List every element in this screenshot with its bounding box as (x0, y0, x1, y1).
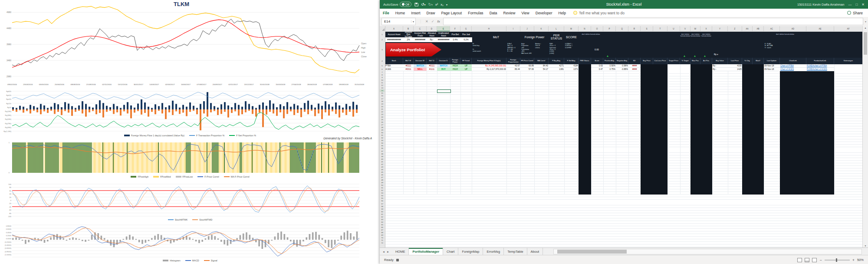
cell-E6[interactable]: BUY (437, 68, 450, 71)
table-column-header[interactable]: Buy Price (641, 58, 653, 64)
table-column-header[interactable]: Act Pos (700, 58, 712, 64)
superscript-icon[interactable]: x² (435, 3, 438, 7)
row-header-2[interactable]: 2 (380, 37, 385, 42)
vertical-scrollbar[interactable]: ▲ ▼ (862, 26, 868, 248)
cell-M5[interactable]: 4184 (564, 64, 579, 68)
row-header-4[interactable]: 4 (380, 58, 385, 64)
vertical-scroll-thumb[interactable] (864, 32, 867, 55)
table-column-header[interactable]: Last Update (764, 58, 780, 64)
ribbon-tab-page-layout[interactable]: Page Layout (438, 9, 465, 17)
cell-H5[interactable]: Rp (4,245,565,000.00) (472, 64, 506, 68)
ribbon-tab-file[interactable]: File (380, 9, 392, 17)
column-header-X[interactable]: X (700, 26, 712, 31)
account-value[interactable]: 0.4% (450, 37, 461, 42)
cell-F6[interactable]: HIGH (450, 68, 460, 71)
column-header-R[interactable]: R (628, 26, 641, 31)
column-header-O[interactable]: O (591, 26, 603, 31)
tell-me-box[interactable]: Tell me what you want to do (573, 11, 625, 15)
share-button[interactable]: Share (847, 11, 868, 15)
row-header-6[interactable]: 6 (380, 68, 385, 71)
sheet-tab-ForeignMap[interactable]: ForeignMap (458, 248, 483, 255)
table-column-header[interactable]: FF Trend (460, 58, 472, 64)
expand-formula-bar-icon[interactable]: ▾ (865, 20, 868, 23)
account-value[interactable]: 2% (403, 37, 414, 42)
table-column-header[interactable]: Foreign Power (450, 58, 460, 64)
cell-H6[interactable]: Rp 2,217,870,000.00 (472, 68, 506, 71)
ribbon-tab-draw[interactable]: Draw (424, 9, 438, 17)
column-header-Q[interactable]: Q (616, 26, 628, 31)
column-header-J[interactable]: J (520, 26, 534, 31)
cell-J6[interactable]: 57.06 (520, 68, 534, 71)
table-column-header[interactable]: MaxV (753, 58, 764, 64)
table-column-header[interactable]: F Buy Avg (549, 58, 564, 64)
column-header-W[interactable]: W (690, 26, 700, 31)
table-column-header[interactable]: MoT D (427, 58, 437, 64)
tabs-scroll-left-icon[interactable]: ◄ (382, 251, 385, 253)
ribbon-tab-review[interactable]: Review (500, 9, 519, 17)
cell-B6[interactable]: #0011 (403, 68, 414, 71)
macro-record-icon[interactable] (396, 259, 399, 261)
table-column-header[interactable]: Foreign Money Flow 3 Day(s) (472, 58, 506, 64)
ribbon-tab-formulas[interactable]: Formulas (465, 9, 486, 17)
cell-A6[interactable]: ACES (385, 68, 403, 71)
undo-icon[interactable]: ↺▾ (421, 2, 426, 7)
column-header-B[interactable]: B (403, 26, 414, 31)
ribbon-tab-view[interactable]: View (518, 9, 532, 17)
cell-J5[interactable]: 66.89 (520, 64, 534, 68)
table-column-header[interactable]: MA Correl (534, 58, 549, 64)
account-value[interactable]: ############ (385, 37, 404, 42)
ribbon-tab-developer[interactable]: Developer (533, 9, 556, 17)
account-value[interactable]: ######### (414, 37, 427, 42)
cell-Q5[interactable]: -0.98% (616, 64, 628, 68)
column-header-AB[interactable]: AB (753, 26, 764, 31)
cell-F5[interactable]: HIGH (450, 64, 460, 68)
ribbon-tab-insert[interactable]: Insert (408, 9, 423, 17)
cell-AD5[interactable]: Chart of PTBA (780, 64, 806, 68)
cell-AD6[interactable]: Chart of ACES (780, 68, 806, 71)
table-column-header[interactable]: F Sell Avg (564, 58, 579, 64)
horizontal-scrollbar[interactable] (553, 249, 862, 254)
page-layout-view-icon[interactable] (805, 258, 809, 262)
column-header-V[interactable]: V (680, 26, 690, 31)
normal-view-icon[interactable] (797, 258, 802, 262)
table-column-header[interactable]: Decision W (414, 58, 427, 64)
tabs-scroll-right-icon[interactable]: ► (387, 251, 389, 253)
formula-input[interactable] (443, 18, 863, 25)
namebox-dropdown-icon[interactable]: ▾ (411, 20, 415, 23)
column-header-N[interactable]: N (579, 26, 591, 31)
table-column-header[interactable]: Foreign Proportion(s) (506, 58, 520, 64)
table-column-header[interactable]: Negative Avg (616, 58, 628, 64)
zoom-out-icon[interactable]: − (819, 258, 822, 262)
analyze-portfolio-button[interactable]: Analyze Portfolio! (386, 43, 441, 56)
sheet-tab-Chart[interactable]: Chart (443, 248, 458, 255)
cell-E5[interactable]: WATCH (437, 64, 450, 68)
zoom-slider-knob[interactable] (836, 258, 837, 262)
column-header-M[interactable]: M (564, 26, 579, 31)
column-header-E[interactable]: E (437, 26, 450, 31)
column-header-P[interactable]: P (603, 26, 616, 31)
cell-G6[interactable]: UP (460, 68, 472, 71)
table-column-header[interactable]: Stock (385, 58, 403, 64)
cell-Y6[interactable]: Rp - (712, 68, 728, 71)
cell-I6[interactable]: 86.44 (506, 68, 520, 71)
scroll-up-icon[interactable]: ▲ (863, 26, 868, 29)
sheet-tab-TempTable[interactable]: TempTable (504, 248, 527, 255)
cell-K6[interactable]: 54.17 (534, 68, 549, 71)
zoom-slider[interactable] (825, 260, 850, 261)
account-value[interactable]: 6.2% (460, 37, 472, 42)
cell-B5[interactable]: #0111 (403, 64, 414, 68)
cell-O6[interactable]: 0.47 (591, 68, 603, 71)
cell-P5[interactable]: 0.90% (603, 64, 616, 68)
column-header-H[interactable]: H (472, 26, 506, 31)
cancel-entry-icon[interactable]: ✕ (425, 20, 428, 23)
table-column-header[interactable]: Decision D (437, 58, 450, 64)
sheet-tab-PortfolioManager[interactable]: PortfolioManager (409, 248, 443, 255)
zoom-in-icon[interactable]: + (852, 258, 855, 262)
column-headers[interactable]: ABCDEFGHIJKLMNOPQRSTUVWXYZAAABACADAEAF (380, 26, 863, 32)
minimize-button[interactable]: — (848, 3, 852, 7)
cell-K5[interactable]: 84.40 (534, 64, 549, 68)
signed-in-user[interactable]: 1501S111 Kevin Daffa Arrahman (797, 3, 844, 7)
account-value[interactable]: Rp - (427, 37, 437, 42)
scroll-down-icon[interactable]: ▼ (863, 244, 868, 247)
cell-Y5[interactable]: Rp - (712, 64, 728, 68)
